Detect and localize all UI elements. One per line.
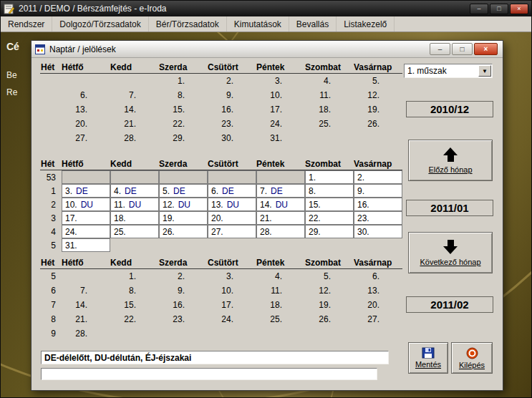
- save-button[interactable]: Mentés: [408, 342, 448, 374]
- chevron-down-icon[interactable]: ▼: [478, 65, 491, 77]
- day-cell: 13.: [354, 286, 402, 296]
- day-cell[interactable]: 17.: [62, 211, 110, 225]
- maximize-icon[interactable]: □: [490, 4, 508, 14]
- day-cell[interactable]: 2.: [354, 170, 402, 184]
- day-number: 5.: [354, 76, 379, 86]
- minimize-icon[interactable]: –: [470, 4, 488, 14]
- day-cell[interactable]: 28.: [256, 225, 305, 238]
- day-cell[interactable]: 23.: [354, 211, 402, 225]
- calendar-week-row: 531.2.: [40, 170, 402, 184]
- day-cell[interactable]: 30.: [354, 225, 402, 238]
- day-cell[interactable]: 5.DE: [159, 184, 208, 198]
- day-cell[interactable]: 27.: [208, 225, 256, 238]
- day-number: 25.: [114, 227, 126, 237]
- calendar-header-day: Hétfő: [62, 258, 110, 268]
- day-cell[interactable]: 20.: [208, 211, 256, 225]
- day-number: 4.: [114, 186, 121, 196]
- day-cell[interactable]: 11.DU: [110, 198, 159, 211]
- day-cell: 4.: [305, 76, 354, 86]
- day-number: 29.: [309, 227, 321, 237]
- day-number: 6.: [211, 186, 218, 196]
- day-number: 12.: [305, 286, 331, 296]
- menu-ber-torzsadatok[interactable]: Bér/Törzsadatok: [149, 16, 227, 31]
- day-cell[interactable]: 14.DU: [256, 198, 305, 211]
- day-number: 6.: [354, 271, 379, 281]
- day-cell[interactable]: 16.: [354, 198, 402, 211]
- dialog-maximize-icon[interactable]: □: [452, 43, 473, 55]
- day-cell[interactable]: 18.: [110, 211, 159, 225]
- close-icon[interactable]: ×: [510, 4, 528, 14]
- main-titlebar[interactable]: 2011 / DEMO / Bérszámfejtés - e-Iroda – …: [1, 1, 531, 16]
- calendar-header-day: Hétfő: [62, 62, 110, 72]
- day-cell: 3.: [256, 76, 305, 86]
- day-cell[interactable]: 24.: [62, 225, 110, 238]
- day-cell: 26.: [305, 314, 354, 324]
- day-number: 5.: [305, 271, 331, 281]
- exit-button[interactable]: Kilépés: [451, 342, 493, 374]
- background-label: Re: [6, 87, 17, 97]
- menu-rendszer[interactable]: Rendszer: [1, 16, 52, 31]
- day-cell[interactable]: 26.: [159, 225, 208, 238]
- previous-month-button-label: Előző hónap: [428, 165, 472, 174]
- day-cell[interactable]: 1.: [305, 170, 354, 184]
- day-cell[interactable]: 22.: [305, 211, 354, 225]
- day-cell[interactable]: 8.: [305, 184, 354, 198]
- day-cell[interactable]: 3.DE: [62, 184, 110, 198]
- day-cell[interactable]: 21.: [256, 211, 305, 225]
- shift-select[interactable]: 1. műszak ▼: [404, 64, 493, 78]
- day-cell[interactable]: 10.DU: [62, 198, 110, 211]
- day-cell[interactable]: 29.: [305, 225, 354, 238]
- calendar-header-day: Szombat: [305, 258, 354, 268]
- day-number: 12.: [354, 90, 379, 100]
- day-number: 26.: [163, 227, 175, 237]
- menu-dolgozo-torzsadatok[interactable]: Dolgozó/Törzsadatok: [52, 16, 148, 31]
- day-number: 21.: [110, 119, 136, 129]
- day-cell: 4.: [256, 271, 305, 281]
- shift-code: DU: [178, 200, 190, 210]
- day-cell: 13.: [62, 105, 110, 115]
- day-number: 17.: [208, 300, 233, 310]
- main-window: 2011 / DEMO / Bérszámfejtés - e-Iroda – …: [0, 0, 532, 398]
- calendar-header-day: Hétfő: [62, 159, 110, 169]
- calendar-header-row: HétHétfőKeddSzerdaCsütörtPéntekSzombatVa…: [40, 158, 402, 170]
- shift-code: DU: [129, 200, 141, 210]
- day-cell: 2.: [208, 76, 256, 86]
- day-number: 8.: [110, 286, 136, 296]
- day-cell: 10.: [208, 286, 256, 296]
- menu-listakezelo[interactable]: Listakezelő: [337, 16, 395, 31]
- next-month-button[interactable]: Következő hónap: [408, 232, 493, 273]
- day-number: 5.: [163, 186, 170, 196]
- day-cell[interactable]: 9.: [354, 184, 402, 198]
- dialog-close-icon[interactable]: ×: [474, 43, 498, 55]
- day-cell[interactable]: 25.: [110, 225, 159, 238]
- day-cell[interactable]: 31.: [62, 238, 110, 252]
- app-background: Cé Be Re Naptár / jelölések – □ ×: [1, 32, 532, 398]
- calendar-next-month: HétHétfőKeddSzerdaCsütörtPéntekSzombatVa…: [40, 257, 402, 341]
- day-cell[interactable]: 4.DE: [110, 184, 159, 198]
- day-cell: 25.: [256, 314, 305, 324]
- shift-code: DE: [76, 186, 88, 196]
- day-cell[interactable]: 12.DU: [159, 198, 208, 211]
- previous-month-button[interactable]: Előző hónap: [408, 140, 493, 181]
- dialog-minimize-icon[interactable]: –: [430, 43, 450, 55]
- day-cell[interactable]: 6.DE: [208, 184, 256, 198]
- week-number: 6: [40, 286, 62, 296]
- day-cell[interactable]: 13.DU: [208, 198, 256, 211]
- dialog-titlebar[interactable]: Naptár / jelölések – □ ×: [32, 41, 503, 58]
- calendar-week-row: 424.25.26.27.28.29.30.: [40, 225, 402, 238]
- menu-bevallas[interactable]: Bevallás: [289, 16, 337, 31]
- day-cell: 12.: [305, 286, 354, 296]
- calendar-week-row: 67.8.9.10.11.12.13.: [40, 283, 402, 298]
- day-cell: 15.: [110, 300, 159, 310]
- day-cell: 22.: [110, 314, 159, 324]
- calendar-current-month: HétHétfőKeddSzerdaCsütörtPéntekSzombatVa…: [40, 158, 402, 252]
- day-cell: [208, 170, 256, 184]
- day-cell: 21.: [62, 314, 110, 324]
- day-cell[interactable]: 15.: [305, 198, 354, 211]
- day-cell: 16.: [159, 300, 208, 310]
- menu-kimutatasok[interactable]: Kimutatások: [227, 16, 289, 31]
- day-number: 14.: [62, 300, 87, 310]
- day-cell[interactable]: 7.DE: [256, 184, 305, 198]
- calendar-week-row: 714.15.16.17.18.19.20.: [40, 298, 402, 312]
- day-cell[interactable]: 19.: [159, 211, 208, 225]
